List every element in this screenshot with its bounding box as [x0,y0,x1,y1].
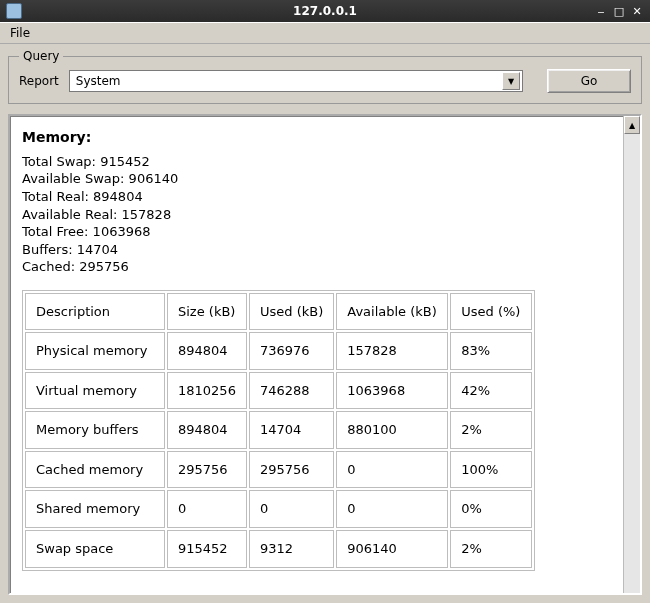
cell-used: 0 [249,490,334,528]
vertical-scrollbar[interactable]: ▲ [623,116,640,593]
chevron-down-icon[interactable]: ▼ [502,72,520,90]
cell-size: 295756 [167,451,247,489]
cell-pct: 0% [450,490,532,528]
menu-file[interactable]: File [4,24,36,42]
memory-table-header-row: Description Size (kB) Used (kB) Availabl… [25,293,532,331]
cell-used: 14704 [249,411,334,449]
table-row: Shared memory0000% [25,490,532,528]
go-button[interactable]: Go [547,69,631,93]
cell-avail: 0 [336,490,448,528]
cell-size: 1810256 [167,372,247,410]
cell-avail: 906140 [336,530,448,568]
cell-desc: Virtual memory [25,372,165,410]
stat-cached: Cached: 295756 [22,258,611,276]
cell-pct: 100% [450,451,532,489]
cell-avail: 1063968 [336,372,448,410]
query-row: Report System ▼ Go [19,69,631,93]
window-title: 127.0.0.1 [0,4,650,18]
report-label: Report [19,74,59,88]
cell-used: 9312 [249,530,334,568]
col-used-pct: Used (%) [450,293,532,331]
app-icon [6,3,22,19]
col-used: Used (kB) [249,293,334,331]
scroll-track[interactable] [624,134,640,593]
table-row: Swap space91545293129061402% [25,530,532,568]
cell-desc: Shared memory [25,490,165,528]
cell-desc: Swap space [25,530,165,568]
stat-total-free: Total Free: 1063968 [22,223,611,241]
cell-avail: 880100 [336,411,448,449]
cell-pct: 42% [450,372,532,410]
table-row: Memory buffers894804147048801002% [25,411,532,449]
report-select-value: System [76,74,502,88]
stat-avail-real: Available Real: 157828 [22,206,611,224]
titlebar: 127.0.0.1 ‒ □ ✕ [0,0,650,22]
window-controls: ‒ □ ✕ [594,4,644,18]
cell-pct: 83% [450,332,532,370]
cell-size: 894804 [167,332,247,370]
client-area: Query Report System ▼ Go Memory: Total S… [0,44,650,603]
table-row: Physical memory89480473697615782883% [25,332,532,370]
maximize-button[interactable]: □ [612,4,626,18]
cell-avail: 157828 [336,332,448,370]
query-groupbox: Query Report System ▼ Go [8,56,642,104]
cell-desc: Physical memory [25,332,165,370]
col-size: Size (kB) [167,293,247,331]
memory-table: Description Size (kB) Used (kB) Availabl… [22,290,535,571]
scroll-up-icon[interactable]: ▲ [624,116,640,134]
cell-size: 894804 [167,411,247,449]
col-description: Description [25,293,165,331]
stat-total-swap: Total Swap: 915452 [22,153,611,171]
cell-size: 0 [167,490,247,528]
minimize-button[interactable]: ‒ [594,4,608,18]
menubar: File [0,22,650,44]
memory-stats: Total Swap: 915452 Available Swap: 90614… [22,153,611,276]
cell-used: 736976 [249,332,334,370]
close-button[interactable]: ✕ [630,4,644,18]
cell-size: 915452 [167,530,247,568]
table-row: Virtual memory1810256746288106396842% [25,372,532,410]
cell-desc: Cached memory [25,451,165,489]
cell-avail: 0 [336,451,448,489]
cell-used: 295756 [249,451,334,489]
table-row: Cached memory2957562957560100% [25,451,532,489]
memory-heading: Memory: [22,128,611,147]
cell-desc: Memory buffers [25,411,165,449]
stat-total-real: Total Real: 894804 [22,188,611,206]
stat-avail-swap: Available Swap: 906140 [22,170,611,188]
results-panel: Memory: Total Swap: 915452 Available Swa… [8,114,642,595]
report-select[interactable]: System ▼ [69,70,523,92]
cell-pct: 2% [450,530,532,568]
query-legend: Query [19,49,63,63]
cell-pct: 2% [450,411,532,449]
cell-used: 746288 [249,372,334,410]
results-content: Memory: Total Swap: 915452 Available Swa… [10,116,623,593]
col-available: Available (kB) [336,293,448,331]
stat-buffers: Buffers: 14704 [22,241,611,259]
